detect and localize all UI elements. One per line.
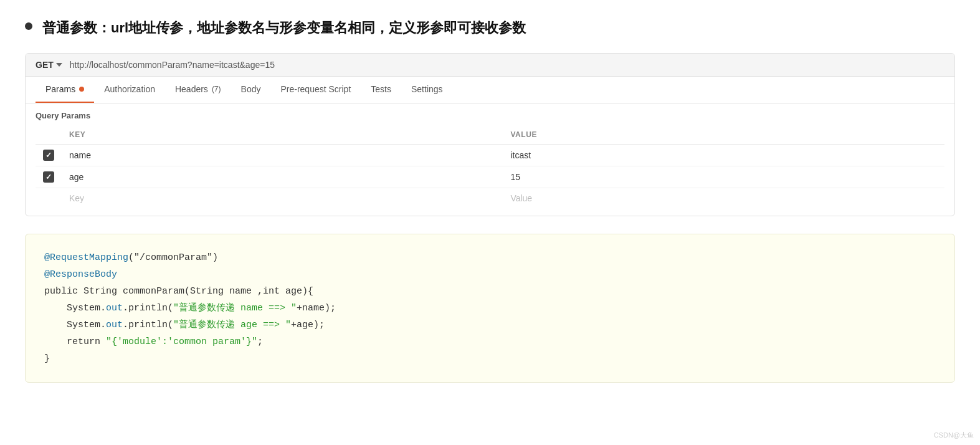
bullet-text: 普通参数：url地址传参，地址参数名与形参变量名相同，定义形参即可接收参数 [42, 19, 526, 38]
row1-check-cell [36, 144, 62, 166]
bullet-section: 普通参数：url地址传参，地址参数名与形参变量名相同，定义形参即可接收参数 [25, 19, 955, 38]
placeholder-value[interactable]: Value [503, 188, 944, 208]
code-line-4: System.out.println("普通参数传递 name ==> "+na… [44, 300, 936, 317]
tab-params[interactable]: Params [36, 77, 94, 103]
tab-pre-request[interactable]: Pre-request Script [270, 77, 361, 103]
tab-headers-badge: (7) [212, 85, 221, 93]
query-params-section: Query Params KEY VALUE name itcast [26, 103, 954, 216]
row1-value: itcast [503, 144, 944, 166]
placeholder-key[interactable]: Key [62, 188, 503, 208]
tab-pre-request-label: Pre-request Script [280, 84, 351, 94]
method-label: GET [36, 60, 54, 70]
table-row-placeholder: Key Value [36, 188, 944, 208]
chevron-down-icon [56, 63, 62, 67]
table-row: name itcast [36, 144, 944, 166]
col-check [36, 125, 62, 145]
col-value: VALUE [503, 125, 944, 145]
row2-check-cell [36, 166, 62, 188]
tabs-bar: Params Authorization Headers (7) Body Pr… [26, 77, 954, 103]
params-dot [79, 87, 84, 92]
row2-checkbox[interactable] [43, 171, 54, 183]
tab-settings-label: Settings [411, 84, 443, 94]
params-table: KEY VALUE name itcast [36, 125, 944, 208]
row2-key: age [62, 166, 503, 188]
tab-body[interactable]: Body [231, 77, 271, 103]
table-row: age 15 [36, 166, 944, 188]
tab-headers-label: Headers [175, 84, 208, 94]
code-block: @RequestMapping("/commonParam") @Respons… [25, 234, 955, 383]
code-line-2: @ResponseBody [44, 266, 936, 283]
code-line-5: System.out.println("普通参数传递 age ==> "+age… [44, 317, 936, 333]
tab-tests[interactable]: Tests [361, 77, 401, 103]
bullet-dot [25, 22, 32, 30]
tab-settings[interactable]: Settings [401, 77, 453, 103]
query-params-title: Query Params [36, 111, 944, 120]
code-line-6: return "{'module':'common param'}"; [44, 333, 936, 350]
tab-body-label: Body [241, 84, 261, 94]
tab-authorization-label: Authorization [104, 84, 155, 94]
code-line-7: } [44, 350, 936, 367]
tab-params-label: Params [45, 84, 75, 94]
tab-authorization[interactable]: Authorization [94, 77, 165, 103]
row1-key: name [62, 144, 503, 166]
postman-panel: GET Params Authorization Headers (7) Bod… [25, 53, 955, 216]
placeholder-check-cell [36, 188, 62, 208]
url-input[interactable] [70, 60, 944, 70]
row2-value: 15 [503, 166, 944, 188]
code-line-1: @RequestMapping("/commonParam") [44, 249, 936, 266]
col-key: KEY [62, 125, 503, 145]
code-line-3: public String commonParam(String name ,i… [44, 283, 936, 300]
url-bar: GET [26, 54, 954, 77]
tab-tests-label: Tests [371, 84, 391, 94]
method-selector[interactable]: GET [36, 60, 62, 70]
row1-checkbox[interactable] [43, 150, 54, 161]
tab-headers[interactable]: Headers (7) [165, 77, 231, 103]
